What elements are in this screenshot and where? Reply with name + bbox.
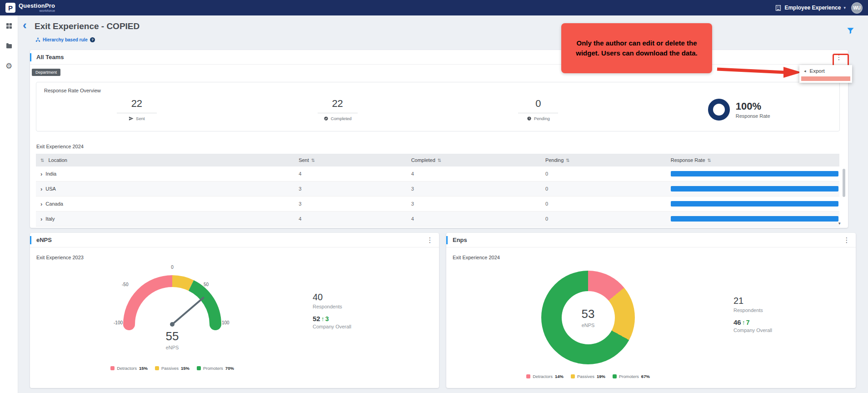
legend-pct: 19% (597, 374, 605, 379)
legend-item: Promoters67% (613, 374, 650, 379)
table-row[interactable]: ›Italy 4 4 0 (36, 212, 839, 227)
stat-label-row: Pending (527, 116, 550, 121)
completed-cell: 4 (411, 216, 545, 222)
gauge-legend: Detractors15% Passives15% Promoters70% (102, 366, 243, 371)
pending-cell: 0 (545, 171, 671, 176)
stat-sent: 22 Sent (36, 98, 237, 121)
ring-text: 100% Response Rate (736, 101, 770, 119)
overview-stats: 22 Sent 22 Completed 0 (36, 98, 839, 121)
expand-chevron-icon[interactable]: › (40, 216, 42, 222)
sort-icon[interactable]: ⇅ (708, 158, 711, 163)
export-menu: ◂ Export (799, 65, 852, 83)
folder-icon[interactable] (5, 42, 13, 50)
stat-label-row: Sent (129, 116, 145, 121)
widget-subtitle: Exit Experience 2023 (36, 255, 84, 260)
legend-swatch (110, 366, 115, 370)
paper-plane-icon (129, 116, 134, 121)
back-button[interactable]: ‹ (23, 19, 27, 31)
location-cell: Italy (45, 216, 55, 222)
sent-cell: 3 (299, 186, 411, 191)
workspace-selector[interactable]: Employee Experience ▾ (775, 5, 846, 11)
sort-icon[interactable]: ⇅ (438, 158, 441, 163)
workspace-label: Employee Experience (784, 5, 841, 11)
sent-cell: 3 (299, 201, 411, 207)
divider (518, 113, 558, 113)
scrollbar[interactable] (843, 169, 845, 197)
legend-name: Detractors (533, 374, 553, 379)
sort-icon[interactable]: ⇅ (311, 158, 315, 163)
location-cell: Canada (45, 201, 63, 207)
company-overall-row: 46 ↑ 7 (733, 318, 772, 326)
rate-cell (671, 186, 839, 191)
response-rate-bar (671, 201, 838, 207)
company-overall-label: Company Overall (733, 328, 772, 333)
stat-value: 0 (535, 98, 541, 110)
donut-value: 53 (582, 307, 595, 321)
respondents-label: Respondents (313, 304, 351, 309)
gear-icon[interactable]: ⚙ (5, 62, 13, 70)
table-row[interactable]: ›India 4 4 0 (36, 166, 839, 181)
kebab-menu-icon[interactable]: ⋮ (841, 235, 852, 246)
col-location[interactable]: ⇅ Location (36, 157, 299, 163)
response-rate-ring-icon (708, 99, 730, 121)
location-cell: USA (45, 186, 56, 191)
avatar[interactable]: WU (851, 2, 863, 14)
donut-legend: Detractors14% Passives19% Promoters67% (497, 374, 679, 379)
table-row[interactable]: ›Canada 3 3 0 (36, 196, 839, 212)
gauge-tick: -50 (122, 282, 128, 287)
brand: P QuestionPro workforce (5, 3, 55, 13)
col-label: Sent (299, 157, 309, 163)
expand-chevron-icon[interactable]: › (40, 171, 42, 177)
company-overall-row: 52 ↑ 3 (313, 315, 351, 322)
building-icon (775, 5, 782, 11)
overview-title: Response Rate Overview (44, 88, 101, 93)
response-rate-value: 100% (736, 101, 770, 112)
dashboard-icon[interactable] (5, 22, 13, 30)
sort-icon[interactable]: ⇅ (40, 158, 44, 163)
location-cell: India (45, 171, 56, 176)
export-menu-item[interactable]: ◂ Export (799, 65, 852, 76)
kebab-menu-icon[interactable]: ⋮ (424, 235, 435, 246)
help-icon[interactable]: ? (90, 37, 95, 42)
response-table: ⇅ Location Sent⇅ Completed⇅ Pending⇅ Res… (36, 154, 839, 227)
expand-chevron-icon[interactable]: › (40, 186, 42, 192)
legend-pct: 70% (225, 366, 234, 371)
sent-cell: 4 (299, 216, 411, 222)
legend-item: Detractors15% (110, 366, 148, 371)
gauge-tick-max: 100 (222, 320, 229, 325)
response-rate-bar (671, 186, 838, 191)
annotation-arrow (716, 65, 803, 80)
respondents-value: 21 (733, 296, 772, 306)
col-completed[interactable]: Completed⇅ (411, 157, 545, 163)
legend-swatch (526, 374, 530, 378)
annotation-highlight-strip (801, 76, 850, 81)
table-body: ›India 4 4 0 ›USA 3 3 0 ›Canada 3 3 (36, 166, 839, 227)
up-arrow-icon: ↑ (321, 315, 324, 322)
widget-header: Enps ⋮ (446, 233, 856, 247)
col-pending[interactable]: Pending⇅ (545, 157, 671, 163)
legend-name: Promoters (203, 366, 223, 371)
pending-cell: 0 (545, 216, 671, 222)
filter-icon[interactable] (846, 26, 855, 37)
up-arrow-icon: ↑ (742, 319, 745, 326)
donut-value-label: eNPS (582, 322, 595, 328)
table-row[interactable]: ›USA 3 3 0 (36, 181, 839, 196)
col-response-rate[interactable]: Response Rate⇅ (671, 157, 839, 163)
legend-swatch (155, 366, 159, 370)
table-header: ⇅ Location Sent⇅ Completed⇅ Pending⇅ Res… (36, 154, 839, 166)
annotation-callout: Only the author can edit or delete the w… (561, 23, 712, 73)
legend-item: Detractors14% (526, 374, 564, 379)
export-label: Export (810, 68, 825, 74)
expand-chevron-icon[interactable]: › (40, 201, 42, 207)
company-overall-delta: 7 (746, 319, 750, 326)
gauge-value-label: eNPS (102, 345, 243, 350)
scroll-down-icon[interactable]: ▾ (838, 221, 841, 226)
company-overall-value: 52 (313, 315, 320, 322)
sort-icon[interactable]: ⇅ (566, 158, 569, 163)
app: P QuestionPro workforce Employee Experie… (0, 0, 868, 393)
pending-cell: 0 (545, 201, 671, 207)
col-label: Pending (545, 157, 564, 163)
stat-response-rate: 100% Response Rate (639, 98, 839, 121)
col-sent[interactable]: Sent⇅ (299, 157, 411, 163)
questionpro-logo-icon: P (5, 3, 15, 13)
